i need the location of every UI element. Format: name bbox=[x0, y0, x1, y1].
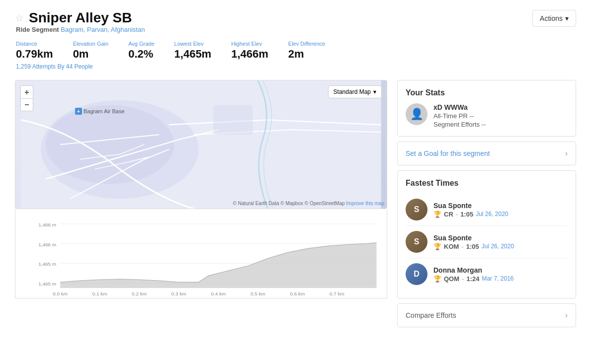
svg-rect-3 bbox=[213, 105, 253, 135]
page-title: Sniper Alley SB bbox=[29, 10, 132, 26]
stat-lowest-elev: Lowest Elev 1,465m bbox=[174, 41, 212, 61]
svg-text:0.2 km: 0.2 km bbox=[132, 291, 147, 296]
distance-label: Distance bbox=[16, 41, 53, 47]
elevation-gain-label: Elevation Gain bbox=[73, 41, 109, 47]
compare-efforts-row[interactable]: Compare Efforts › bbox=[397, 303, 576, 327]
time-entry: S Sua Sponte 🏆 KOM - 1:05 Jul 26, 2020 bbox=[406, 226, 568, 258]
time-entry-3-info: Donna Morgan 🏆 QOM - 1:24 Mar 7, 2016 bbox=[433, 266, 568, 283]
map-type-button[interactable]: Standard Map ▾ bbox=[328, 85, 382, 98]
stat-elev-diff: Elev Difference 2m bbox=[288, 41, 325, 61]
improve-map-link[interactable]: Improve this map bbox=[346, 201, 384, 206]
stat-elevation-gain: Elevation Gain 0m bbox=[73, 41, 109, 61]
svg-text:0.5 km: 0.5 km bbox=[251, 291, 265, 296]
username: xD WWWa bbox=[433, 103, 568, 111]
svg-text:0.6 km: 0.6 km bbox=[290, 291, 305, 296]
compare-text: Compare Efforts bbox=[406, 311, 456, 319]
elevation-gain-value: 0m bbox=[73, 48, 109, 61]
time-entry-2-detail: 🏆 KOM - 1:05 Jul 26, 2020 bbox=[433, 243, 568, 250]
favorite-star-icon[interactable]: ☆ bbox=[15, 12, 24, 24]
map-credit: © Natural Earth Data © Mapbox © OpenStre… bbox=[233, 201, 384, 206]
time-entry-1-name: Sua Sponte bbox=[433, 202, 568, 210]
zoom-out-button[interactable]: − bbox=[20, 98, 33, 111]
trophy-icon-2: 🏆 bbox=[433, 243, 441, 250]
avg-grade-value: 0.2% bbox=[128, 48, 154, 61]
fastest-times-title: Fastest Times bbox=[406, 179, 568, 188]
goal-text: Set a Goal for this segment bbox=[406, 149, 490, 157]
highest-elev-label: Highest Elev bbox=[231, 41, 268, 47]
segment-location: Bagram, Parvan, Afghanistan bbox=[61, 26, 145, 33]
right-column: Your Stats 👤 xD WWWa All-Time PR -- bbox=[397, 80, 576, 327]
elev-diff-label: Elev Difference bbox=[288, 41, 325, 47]
highest-elev-value: 1,466m bbox=[231, 48, 268, 61]
user-info: xD WWWa All-Time PR -- Segment Efforts -… bbox=[433, 103, 568, 128]
svg-text:0.7 km: 0.7 km bbox=[330, 291, 344, 296]
your-stats-title: Your Stats bbox=[406, 88, 568, 97]
subtitle: Ride Segment Bagram, Parvan, Afghanistan bbox=[16, 26, 145, 33]
location-plus-icon: + bbox=[75, 108, 82, 115]
svg-text:0.4 km: 0.4 km bbox=[211, 291, 226, 296]
time-entry-2-name: Sua Sponte bbox=[433, 234, 568, 242]
sua-sponte-avatar-1: S bbox=[406, 199, 427, 220]
cr-badge: CR bbox=[444, 211, 453, 218]
svg-text:1,465 m: 1,465 m bbox=[38, 281, 56, 287]
map-svg bbox=[15, 80, 387, 209]
avatar-person-icon: 👤 bbox=[410, 108, 423, 121]
lowest-elev-label: Lowest Elev bbox=[174, 41, 212, 47]
attempts-line: 1,259 Attempts By 44 People bbox=[16, 63, 576, 70]
left-column: + − + Bagram Air Base Standard Map ▾ bbox=[15, 80, 387, 327]
zoom-in-button[interactable]: + bbox=[20, 85, 33, 98]
stat-highest-elev: Highest Elev 1,466m bbox=[231, 41, 268, 61]
fastest-times-card: Fastest Times S Sua Sponte 🏆 CR - 1:05 bbox=[397, 170, 576, 298]
map-container[interactable]: + − + Bagram Air Base Standard Map ▾ bbox=[15, 80, 387, 209]
set-goal-row[interactable]: Set a Goal for this segment › bbox=[397, 142, 576, 165]
lowest-elev-value: 1,465m bbox=[174, 48, 212, 61]
sua-sponte-avatar-2: S bbox=[406, 231, 427, 253]
goal-chevron-icon: › bbox=[565, 149, 568, 158]
time-entry-3-name: Donna Morgan bbox=[433, 266, 568, 274]
time-entry-1-info: Sua Sponte 🏆 CR - 1:05 Jul 26, 2020 bbox=[433, 202, 568, 218]
svg-text:1,466 m: 1,466 m bbox=[38, 222, 56, 227]
elev-diff-value: 2m bbox=[288, 48, 325, 61]
time-entry-3-detail: 🏆 QOM - 1:24 Mar 7, 2016 bbox=[433, 275, 568, 283]
map-controls: + − bbox=[20, 85, 33, 111]
compare-chevron-icon: › bbox=[565, 311, 568, 320]
time-entry: D Donna Morgan 🏆 QOM - 1:24 Mar 7, 2016 bbox=[406, 258, 568, 290]
trophy-icon-1: 🏆 bbox=[433, 211, 441, 218]
elevation-chart-container: 1,466 m 1,466 m 1,465 m 1,465 m bbox=[15, 209, 387, 298]
avg-grade-label: Avg Grade bbox=[128, 41, 154, 47]
location-label: + Bagram Air Base bbox=[75, 108, 125, 115]
time-entry-1-detail: 🏆 CR - 1:05 Jul 26, 2020 bbox=[433, 211, 568, 218]
qom-badge: QOM bbox=[444, 275, 459, 283]
svg-text:1,466 m: 1,466 m bbox=[38, 242, 56, 247]
trophy-icon-3: 🏆 bbox=[433, 275, 441, 283]
segment-efforts: Segment Efforts -- bbox=[433, 121, 568, 128]
actions-button[interactable]: Actions ▾ bbox=[532, 10, 576, 27]
time-entry: S Sua Sponte 🏆 CR - 1:05 Jul 26, 2020 bbox=[406, 194, 568, 226]
svg-text:0.0 km: 0.0 km bbox=[53, 291, 68, 296]
stat-distance: Distance 0.79km bbox=[16, 41, 53, 61]
time-entry-2-info: Sua Sponte 🏆 KOM - 1:05 Jul 26, 2020 bbox=[433, 234, 568, 250]
svg-text:1,465 m: 1,465 m bbox=[38, 261, 56, 267]
user-stats-row: 👤 xD WWWa All-Time PR -- Segment Efforts bbox=[406, 103, 568, 128]
elevation-chart-svg: 1,466 m 1,466 m 1,465 m 1,465 m bbox=[15, 209, 387, 298]
stat-avg-grade: Avg Grade 0.2% bbox=[128, 41, 154, 61]
your-stats-card: Your Stats 👤 xD WWWa All-Time PR -- bbox=[397, 80, 576, 137]
svg-text:0.3 km: 0.3 km bbox=[171, 291, 186, 296]
svg-text:0.1 km: 0.1 km bbox=[92, 291, 107, 296]
kom-badge: KOM bbox=[444, 243, 459, 250]
distance-value: 0.79km bbox=[16, 48, 53, 61]
all-time-pr: All-Time PR -- bbox=[433, 112, 568, 120]
stats-row: Distance 0.79km Elevation Gain 0m Avg Gr… bbox=[16, 41, 576, 61]
donna-morgan-avatar: D bbox=[406, 263, 427, 285]
user-avatar: 👤 bbox=[406, 103, 427, 125]
segment-type-label: Ride Segment bbox=[16, 26, 59, 33]
